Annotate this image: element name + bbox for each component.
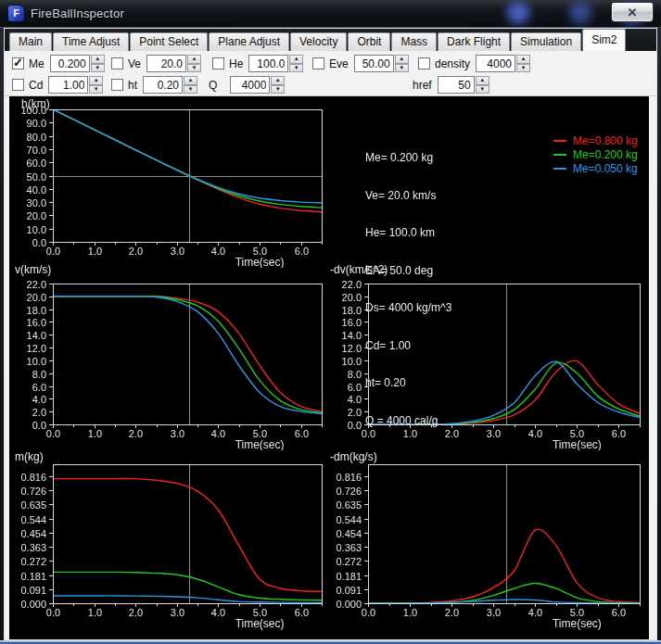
cd-spin-up-button[interactable]: ▲ — [89, 76, 103, 85]
app-icon: F — [8, 6, 24, 21]
q-spin-up-button[interactable]: ▲ — [271, 76, 285, 85]
param-line: Ve= 20.0 km/s — [365, 190, 451, 203]
q-group: Q ▲▼ — [209, 76, 285, 94]
chart-panel: h(km) v(km/s) -dv(km/s^2) m(kg) -dm(kg/s… — [9, 96, 649, 639]
ht-spin-up-button[interactable]: ▲ — [184, 76, 197, 85]
glass-reflection — [567, 2, 593, 26]
density-spin-up-button[interactable]: ▲ — [516, 55, 530, 64]
eve-spin-up-button[interactable]: ▲ — [395, 55, 409, 64]
ve-spin-up-button[interactable]: ▲ — [187, 55, 201, 64]
toolbar: ✓ Me ▲▼ ✓ Ve ▲▼ ✓ He ▲▼ ✓ Eve ▲▼ ✓ densi — [5, 51, 656, 96]
eve-input[interactable] — [354, 55, 394, 72]
he-group: ✓ He ▲▼ — [212, 55, 303, 72]
q-spinbox: ▲▼ — [230, 76, 285, 94]
param-line: EA= 50.0 deg — [365, 265, 451, 278]
cd-label: Cd — [29, 79, 43, 92]
me-input[interactable] — [50, 55, 90, 72]
param-line: Cd= 1.00 — [365, 340, 451, 353]
cd-spinbox: ▲▼ — [48, 76, 103, 94]
tab-time-adjust[interactable]: Time Adjust — [53, 32, 129, 51]
href-input[interactable] — [438, 76, 475, 94]
density-spin-down-button[interactable]: ▼ — [516, 64, 530, 73]
me-spin-up-button[interactable]: ▲ — [91, 55, 105, 64]
tab-strip: Main Time Adjust Point Select Plane Adju… — [5, 29, 656, 51]
me-spinbox: ▲▼ — [50, 55, 105, 72]
eve-spinbox: ▲▼ — [354, 55, 409, 72]
ht-input[interactable] — [143, 76, 183, 94]
density-input[interactable] — [476, 55, 515, 72]
cd-spin-down-button[interactable]: ▼ — [89, 85, 103, 95]
ve-input[interactable] — [146, 55, 186, 72]
chart-h-title: h(km) — [21, 97, 50, 110]
he-checkbox[interactable]: ✓ — [212, 57, 224, 69]
tab-velocity[interactable]: Velocity — [290, 32, 347, 51]
q-label: Q — [209, 79, 217, 92]
me-label: Me — [29, 57, 44, 70]
arrow-up-icon: ▲ — [188, 77, 194, 82]
href-spin-down-button[interactable]: ▼ — [476, 85, 489, 95]
arrow-up-icon: ▲ — [95, 56, 100, 61]
eve-checkbox[interactable]: ✓ — [312, 57, 324, 69]
legend-entry: Me=0.800 kg — [553, 133, 638, 147]
tab-sim2[interactable]: Sim2 — [582, 29, 626, 51]
legend-series-label: Me=0.050 kg — [573, 162, 638, 175]
q-input[interactable] — [230, 76, 270, 94]
titlebar[interactable]: F FireBallInspector ✕ — [0, 0, 661, 28]
legend-line-icon — [553, 140, 566, 142]
ve-checkbox[interactable]: ✓ — [111, 57, 123, 69]
arrow-up-icon: ▲ — [94, 77, 99, 82]
arrow-up-icon: ▲ — [479, 77, 485, 82]
density-label: density — [435, 57, 470, 70]
param-line: Ds= 4000 kg/m^3 — [365, 302, 451, 315]
href-spinbox: ▲▼ — [438, 76, 489, 94]
chart-dm-title: -dm(kg/s) — [330, 450, 377, 463]
ve-spin-down-button[interactable]: ▼ — [187, 64, 201, 73]
arrow-down-icon: ▼ — [479, 86, 485, 92]
arrow-up-icon: ▲ — [275, 77, 281, 82]
tab-simulation[interactable]: Simulation — [511, 32, 581, 51]
param-line: He= 100.0 km — [365, 227, 451, 240]
check-icon: ✓ — [13, 56, 23, 69]
ht-spin-down-button[interactable]: ▼ — [184, 85, 197, 95]
tab-point-select[interactable]: Point Select — [130, 32, 208, 51]
eve-spin-down-button[interactable]: ▼ — [395, 64, 409, 73]
legend-entry: Me=0.200 kg — [553, 147, 638, 161]
ht-checkbox[interactable]: ✓ — [111, 79, 123, 91]
ht-group: ✓ ht ▲▼ — [111, 76, 197, 94]
ht-spinbox: ▲▼ — [143, 76, 197, 94]
arrow-up-icon: ▲ — [294, 56, 299, 61]
ht-label: ht — [128, 79, 137, 92]
close-button[interactable]: ✕ — [611, 2, 654, 22]
q-spin-down-button[interactable]: ▼ — [271, 85, 285, 95]
param-line: Q = 4000 cal/g — [365, 415, 451, 428]
window-bottom-border — [0, 640, 661, 644]
cd-checkbox[interactable]: ✓ — [12, 79, 24, 91]
arrow-down-icon: ▼ — [94, 86, 99, 92]
legend-line-icon — [553, 154, 566, 156]
arrow-down-icon: ▼ — [188, 86, 194, 92]
href-group: href ▲▼ — [413, 76, 489, 94]
chart-v-title: v(km/s) — [15, 263, 51, 276]
parameter-summary: Me= 0.200 kg Ve= 20.0 km/s He= 100.0 km … — [365, 127, 451, 452]
me-spin-down-button[interactable]: ▼ — [91, 64, 105, 73]
tab-orbit[interactable]: Orbit — [348, 32, 390, 51]
tab-plane-adjust[interactable]: Plane Adjust — [209, 32, 289, 51]
arrow-up-icon: ▲ — [521, 56, 527, 61]
ve-group: ✓ Ve ▲▼ — [111, 55, 201, 72]
tab-main[interactable]: Main — [9, 32, 52, 51]
tab-mass[interactable]: Mass — [391, 32, 437, 51]
cd-input[interactable] — [48, 76, 88, 94]
tab-dark-flight[interactable]: Dark Flight — [438, 32, 510, 51]
he-input[interactable] — [248, 55, 288, 72]
legend-entry: Me=0.050 kg — [553, 161, 638, 175]
legend-series-label: Me=0.200 kg — [573, 148, 638, 161]
me-checkbox[interactable]: ✓ — [12, 57, 24, 69]
param-line: ht= 0.20 — [365, 377, 451, 390]
he-spin-down-button[interactable]: ▼ — [289, 64, 303, 73]
chart-m-canvas — [9, 448, 334, 634]
ve-spinbox: ▲▼ — [146, 55, 201, 72]
density-checkbox[interactable]: ✓ — [418, 57, 430, 69]
he-spin-up-button[interactable]: ▲ — [289, 55, 303, 64]
href-spin-up-button[interactable]: ▲ — [476, 76, 489, 85]
arrow-up-icon: ▲ — [399, 56, 404, 61]
